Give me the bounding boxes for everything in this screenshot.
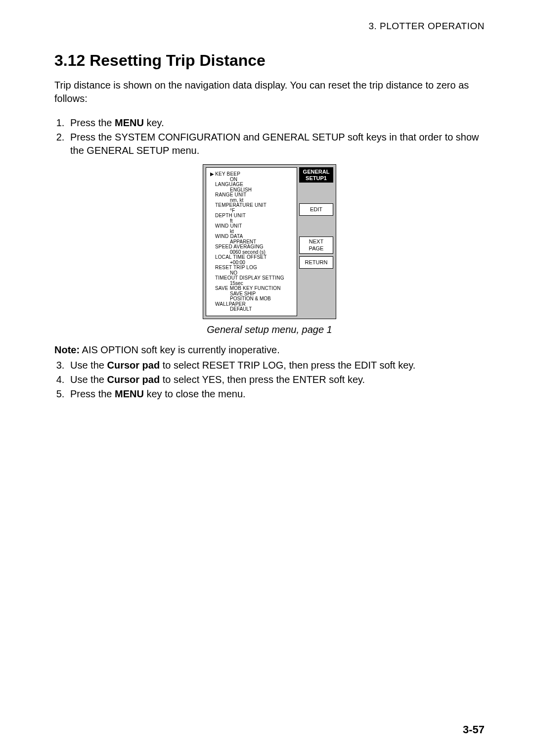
menu-panel: ▶KEY BEEPONLANGUAGEENGLISHRANGE UNITnm, … (206, 167, 297, 316)
menu-item-label: LANGUAGE (210, 182, 294, 188)
step-2: Press the SYSTEM CONFIGURATION and GENER… (67, 131, 485, 157)
menu-item-label: TIMEOUT DISPLAY SETTING (210, 276, 294, 281)
menu-item-label: ▶KEY BEEP (210, 172, 294, 177)
general-setup-figure: ▶KEY BEEPONLANGUAGEENGLISHRANGE UNITnm, … (203, 164, 336, 319)
note-line: Note: AIS OPTION soft key is currently i… (54, 343, 485, 357)
menu-item-label: WALLPAPER (210, 302, 294, 307)
step-5: Press the MENU key to close the menu. (67, 387, 485, 401)
menu-item-label: DEPTH UNIT (210, 213, 294, 219)
figure-caption: General setup menu, page 1 (54, 324, 485, 335)
menu-item-value: DEFAULT (230, 307, 294, 312)
note-label: Note: (54, 344, 80, 355)
menu-item-label: TEMPERATURE UNIT (210, 203, 294, 208)
steps-list-continued: Use the Cursor pad to select RESET TRIP … (54, 359, 485, 401)
menu-item-label: WIND DATA (210, 234, 294, 239)
softkey-next-page: NEXT PAGE (299, 236, 333, 253)
menu-item-label: RANGE UNIT (210, 192, 294, 198)
menu-item-label: WIND UNIT (210, 224, 294, 229)
cursor-icon: ▶ (210, 171, 214, 177)
softkey-edit: EDIT (299, 203, 333, 216)
page-number: 3-57 (463, 723, 485, 736)
softkey-column: GENERAL SETUP1 EDIT NEXT PAGE RETURN (299, 167, 333, 269)
menu-item-label: LOCAL TIME OFFSET (210, 255, 294, 260)
step-1: Press the MENU key. (67, 116, 485, 130)
menu-item-label: SPEED AVERAGING (210, 244, 294, 250)
menu-item-label: RESET TRIP LOG (210, 265, 294, 271)
steps-list: Press the MENU key. Press the SYSTEM CON… (54, 116, 485, 157)
section-header: 3. PLOTTER OPERATION (54, 21, 485, 32)
menu-key-label: MENU (115, 117, 144, 128)
step-3: Use the Cursor pad to select RESET TRIP … (67, 359, 485, 372)
intro-paragraph: Trip distance is shown on the navigation… (54, 79, 485, 105)
softkey-return: RETURN (299, 256, 333, 269)
menu-item-label: SAVE MOB KEY FUNCTION (210, 286, 294, 291)
softkey-title: GENERAL SETUP1 (299, 167, 333, 183)
step-4: Use the Cursor pad to select YES, then p… (67, 373, 485, 386)
page-title: 3.12 Resetting Trip Distance (54, 51, 485, 70)
